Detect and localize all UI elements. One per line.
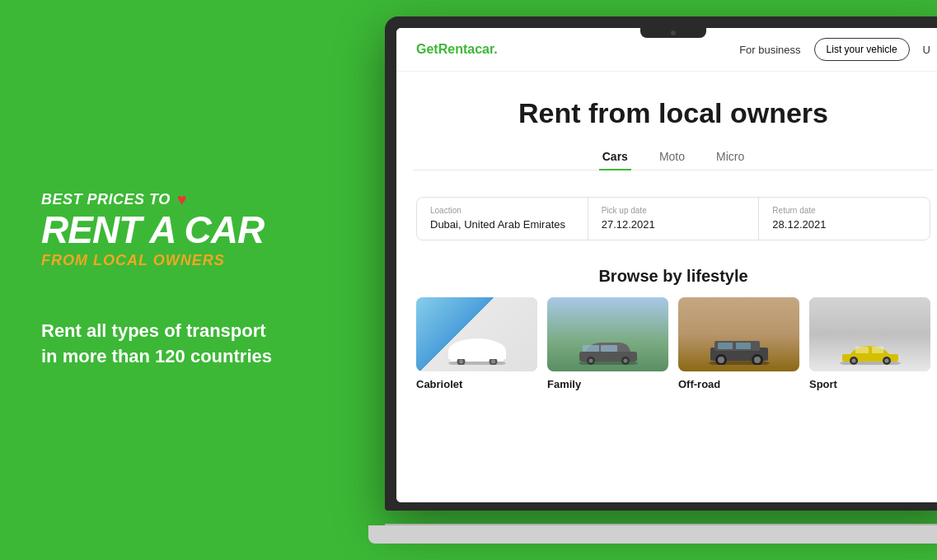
svg-point-3 (459, 359, 463, 363)
svg-rect-17 (718, 343, 733, 349)
laptop-body: GetRentacar. For business List your vehi… (385, 16, 937, 511)
tab-micro[interactable]: Micro (713, 143, 747, 170)
location-field[interactable]: Loaction Dubai, United Arab Emirates (417, 198, 588, 240)
svg-rect-25 (855, 347, 869, 353)
nav-list-vehicle[interactable]: List your vehicle (814, 38, 910, 61)
laptop-screen: GetRentacar. For business List your vehi… (396, 28, 937, 502)
hero-title: Rent from local owners (413, 96, 934, 130)
svg-point-11 (588, 358, 593, 362)
pickup-field[interactable]: Pick up date 27.12.2021 (588, 198, 760, 240)
family-image (547, 297, 668, 371)
location-value: Dubai, United Arab Emirates (430, 218, 565, 231)
tab-moto[interactable]: Moto (656, 143, 688, 170)
tab-cars[interactable]: Cars (599, 143, 631, 170)
svg-point-22 (754, 357, 761, 363)
return-field[interactable]: Return date 28.12.2021 (759, 198, 930, 240)
logo-text: GetRentacar (416, 42, 494, 56)
vehicle-tabs: Cars Moto Micro (413, 143, 934, 170)
svg-rect-18 (736, 343, 751, 349)
camera-notch (640, 28, 706, 38)
sport-image (809, 297, 930, 371)
best-prices-text: BEST PRICES TO (41, 191, 171, 208)
cabriolet-image (416, 297, 537, 371)
left-panel: BEST PRICES TO ♥ RENT A CAR FROM LOCAL O… (0, 0, 379, 560)
from-local-owners: FROM LOCAL OWNERS (41, 252, 338, 269)
family-label: Family (547, 378, 581, 390)
svg-rect-8 (583, 345, 599, 352)
svg-point-5 (491, 359, 495, 363)
offroad-image (678, 297, 799, 371)
family-photo (547, 297, 668, 371)
svg-rect-26 (872, 347, 883, 353)
svg-point-30 (884, 358, 888, 362)
laptop-base (368, 525, 937, 544)
cabriolet-label: Cabriolet (416, 378, 462, 390)
lifestyle-card-family[interactable]: Family (547, 297, 668, 391)
pickup-label: Pick up date (602, 206, 746, 215)
offroad-photo (678, 297, 799, 371)
camera-dot (671, 30, 676, 35)
return-label: Return date (772, 206, 916, 215)
pickup-value: 27.12.2021 (602, 218, 655, 231)
lifestyle-card-cabriolet[interactable]: Cabriolet (416, 297, 537, 391)
svg-point-20 (718, 357, 724, 363)
best-prices-line: BEST PRICES TO ♥ (41, 190, 338, 209)
lifestyle-card-offroad[interactable]: Off-road (678, 297, 799, 391)
lifestyle-grid: Cabriolet (416, 297, 930, 391)
subtitle: Rent all types of transportin more than … (41, 319, 338, 370)
website-content: GetRentacar. For business List your vehi… (396, 28, 937, 502)
offroad-label: Off-road (678, 378, 720, 390)
laptop-frame: GetRentacar. For business List your vehi… (368, 16, 937, 560)
header-nav: For business List your vehicle U (739, 38, 930, 61)
site-logo: GetRentacar. (416, 42, 498, 57)
rent-a-car-text: RENT A CAR (41, 211, 338, 249)
location-label: Loaction (430, 206, 574, 215)
browse-title: Browse by lifestyle (416, 267, 930, 286)
sport-photo (809, 297, 930, 371)
cabriolet-photo (416, 297, 537, 371)
laptop-container: GetRentacar. For business List your vehi… (368, 16, 937, 560)
lifestyle-card-sport[interactable]: Sport (809, 297, 930, 391)
site-hero: Rent from local owners Cars Moto Micro (396, 72, 937, 184)
logo-dot: . (494, 42, 497, 56)
search-form[interactable]: Loaction Dubai, United Arab Emirates Pic… (416, 197, 930, 240)
nav-user[interactable]: U (923, 44, 930, 56)
brand-tagline: BEST PRICES TO ♥ RENT A CAR FROM LOCAL O… (41, 190, 338, 269)
heart-icon: ♥ (177, 190, 187, 209)
return-value: 28.12.2021 (772, 218, 826, 231)
svg-rect-9 (601, 345, 617, 352)
browse-section: Browse by lifestyle (396, 254, 937, 404)
sport-label: Sport (809, 378, 837, 390)
svg-point-13 (623, 358, 627, 362)
svg-point-28 (851, 358, 855, 362)
nav-business[interactable]: For business (739, 44, 800, 56)
